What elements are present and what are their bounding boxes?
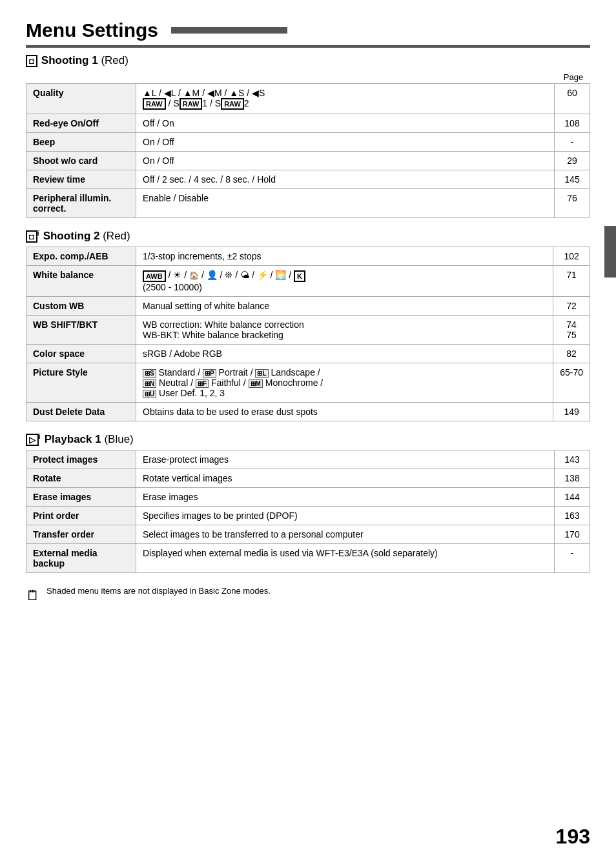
page-header-row: Page (26, 71, 590, 84)
description-cell: Displayed when external media is used vi… (136, 543, 555, 572)
page-cell: 82 (553, 344, 590, 363)
description-cell: Erase-protect images (136, 450, 555, 469)
feature-cell: WB SHIFT/BKT (26, 315, 136, 344)
table-row: BeepOn / Off- (26, 133, 590, 152)
feature-cell: Print order (26, 506, 136, 525)
description-cell: Enable / Disable (136, 189, 555, 218)
description-cell: Obtains data to be used to erase dust sp… (136, 402, 553, 421)
section-shooting2: ◘i Shooting 2 (Red)Expo. comp./AEB1/3-st… (26, 230, 590, 421)
page-number: 193 (556, 825, 590, 849)
table-row: Red-eye On/OffOff / On108 (26, 114, 590, 133)
page-cell: 65-70 (553, 363, 590, 402)
table-row: White balanceAWB / ☀ / 🏠 / 👤 / ❊ / 🌤 / ⚡… (26, 266, 590, 296)
table-row: Transfer orderSelect images to be transf… (26, 525, 590, 543)
feature-cell: Transfer order (26, 525, 136, 543)
section-header-row-shooting2: ◘i Shooting 2 (Red) (26, 230, 590, 247)
table-shooting1: PageQuality▲L / ◀L / ▲M / ◀M / ▲S / ◀SRA… (26, 71, 590, 218)
table-row: Erase imagesErase images144 (26, 487, 590, 506)
description-cell: ⊞S Standard / ⊞P Portrait / ⊞L Landscape… (136, 363, 553, 402)
table-row: Protect imagesErase-protect images143 (26, 450, 590, 469)
table-row: Print orderSpecifies images to be printe… (26, 506, 590, 525)
title-bar-decoration (171, 27, 287, 34)
table-row: Picture Style⊞S Standard / ⊞P Portrait /… (26, 363, 590, 402)
section-header-playback1: ▷i Playback 1 (Blue) (26, 433, 134, 446)
description-cell: ▲L / ◀L / ▲M / ◀M / ▲S / ◀SRAW / SRAW1 /… (136, 84, 555, 114)
page-cell: 7475 (553, 315, 590, 344)
table-row: Dust Delete DataObtains data to be used … (26, 402, 590, 421)
section-icon-shooting2: ◘i (26, 230, 39, 243)
feature-cell: Beep (26, 133, 136, 152)
description-cell: Rotate vertical images (136, 469, 555, 487)
table-row: Color spacesRGB / Adobe RGB82 (26, 344, 590, 363)
description-cell: Manual setting of white balance (136, 296, 553, 315)
description-cell: Off / On (136, 114, 555, 133)
page-cell: 144 (555, 487, 590, 506)
section-icon-playback1: ▷i (26, 433, 41, 446)
page-cell: 71 (553, 266, 590, 296)
table-playback1: Protect imagesErase-protect images143Rot… (26, 450, 590, 573)
page-cell: 149 (553, 402, 590, 421)
description-cell: WB correction: White balance correctionW… (136, 315, 553, 344)
note-section: 🗒 Shaded menu items are not displayed in… (26, 586, 590, 604)
feature-cell: Dust Delete Data (26, 402, 136, 421)
table-row: Expo. comp./AEB1/3-stop increments, ±2 s… (26, 247, 590, 266)
sections-container: ◘ Shooting 1 (Red)PageQuality▲L / ◀L / ▲… (26, 54, 590, 573)
section-icon-shooting1: ◘ (26, 55, 37, 67)
note-icon: 🗒 (26, 587, 40, 604)
page-cell: 102 (553, 247, 590, 266)
feature-cell: Color space (26, 344, 136, 363)
feature-cell: Erase images (26, 487, 136, 506)
feature-cell: Red-eye On/Off (26, 114, 136, 133)
note-text: Shaded menu items are not displayed in B… (46, 586, 271, 596)
description-cell: sRGB / Adobe RGB (136, 344, 553, 363)
feature-cell: Review time (26, 170, 136, 189)
section-label-shooting2: Shooting 2 (Red) (43, 230, 130, 243)
table-row: Quality▲L / ◀L / ▲M / ◀M / ▲S / ◀SRAW / … (26, 84, 590, 114)
feature-cell: Rotate (26, 469, 136, 487)
table-row: Peripheral illumin. correct.Enable / Dis… (26, 189, 590, 218)
table-shooting2: Expo. comp./AEB1/3-stop increments, ±2 s… (26, 247, 590, 421)
page-cell: 145 (555, 170, 590, 189)
table-row: RotateRotate vertical images138 (26, 469, 590, 487)
feature-cell: External media backup (26, 543, 136, 572)
page-cell: 29 (555, 152, 590, 170)
section-header-row-playback1: ▷i Playback 1 (Blue) (26, 433, 590, 450)
feature-cell: Protect images (26, 450, 136, 469)
feature-cell: Picture Style (26, 363, 136, 402)
page-title: Menu Settings (26, 19, 590, 48)
page-title-text: Menu Settings (26, 19, 158, 41)
table-row: External media backupDisplayed when exte… (26, 543, 590, 572)
section-playback1: ▷i Playback 1 (Blue)Protect imagesErase-… (26, 433, 590, 573)
description-cell: On / Off (136, 152, 555, 170)
page-cell: 170 (555, 525, 590, 543)
page-cell: 138 (555, 469, 590, 487)
description-cell: Off / 2 sec. / 4 sec. / 8 sec. / Hold (136, 170, 555, 189)
description-cell: AWB / ☀ / 🏠 / 👤 / ❊ / 🌤 / ⚡ / 🌅 / K(2500… (136, 266, 553, 296)
page-col-header: Page (555, 71, 590, 84)
page-cell: 143 (555, 450, 590, 469)
description-cell: Specifies images to be printed (DPOF) (136, 506, 555, 525)
table-row: WB SHIFT/BKTWB correction: White balance… (26, 315, 590, 344)
section-label-playback1: Playback 1 (Blue) (45, 433, 134, 446)
page-cell: 76 (555, 189, 590, 218)
feature-cell: White balance (26, 266, 136, 296)
description-cell: Select images to be transferred to a per… (136, 525, 555, 543)
page-cell: 60 (555, 84, 590, 114)
description-cell: On / Off (136, 133, 555, 152)
page-cell: - (555, 543, 590, 572)
section-shooting1: ◘ Shooting 1 (Red)PageQuality▲L / ◀L / ▲… (26, 54, 590, 218)
feature-cell: Quality (26, 84, 136, 114)
feature-cell: Shoot w/o card (26, 152, 136, 170)
page-cell: 108 (555, 114, 590, 133)
sidebar-tab (604, 226, 616, 278)
description-cell: Erase images (136, 487, 555, 506)
section-header-shooting2: ◘i Shooting 2 (Red) (26, 230, 130, 243)
section-header-shooting1: ◘ Shooting 1 (Red) (26, 54, 128, 67)
page-cell: 163 (555, 506, 590, 525)
feature-cell: Expo. comp./AEB (26, 247, 136, 266)
table-row: Custom WBManual setting of white balance… (26, 296, 590, 315)
section-header-row-shooting1: ◘ Shooting 1 (Red) (26, 54, 590, 71)
table-row: Review timeOff / 2 sec. / 4 sec. / 8 sec… (26, 170, 590, 189)
feature-cell: Custom WB (26, 296, 136, 315)
description-cell: 1/3-stop increments, ±2 stops (136, 247, 553, 266)
